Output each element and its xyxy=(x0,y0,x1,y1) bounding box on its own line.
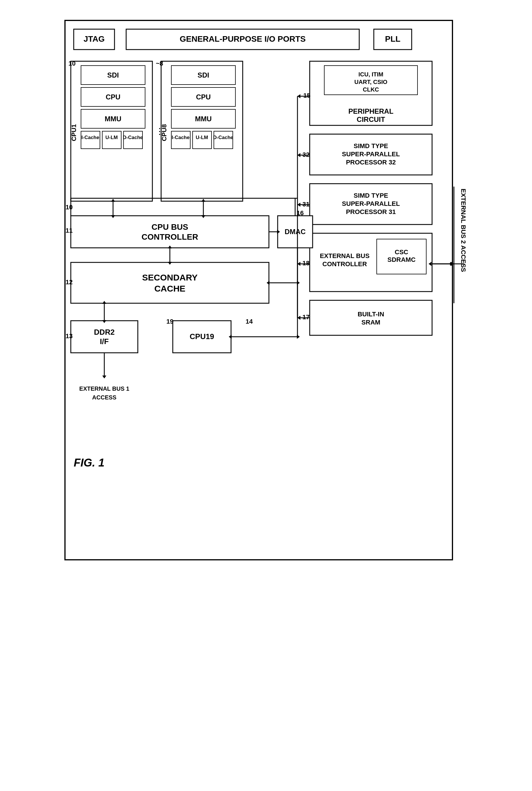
simd32-label3: PROCESSOR 32 xyxy=(346,159,396,166)
simd31-label1: SIMD TYPE xyxy=(354,192,388,199)
svg-rect-36 xyxy=(310,300,432,335)
ext-bus1-label2: ACCESS xyxy=(92,394,116,401)
cpu19-label: CPU19 xyxy=(190,332,214,341)
clkc-label: CLKC xyxy=(363,86,379,93)
cpu1-label: CPU1 xyxy=(70,124,77,142)
ddr2-label2: I/F xyxy=(100,337,109,346)
simd32-label2: SUPER-PARALLEL xyxy=(342,150,400,158)
ref-18: 18 xyxy=(302,259,309,267)
ref-1: 10 xyxy=(69,60,75,67)
svg-rect-39 xyxy=(71,216,269,248)
cpu8-icache: I-Cache xyxy=(172,135,189,140)
cpu-bus-ctrl-label2: CONTROLLER xyxy=(141,232,198,241)
page-container: JTAG GENERAL-PURPOSE I/O PORTS PLL CPU1 … xyxy=(18,12,514,712)
cpu8-cpu: CPU xyxy=(196,93,211,101)
ref-15: 15 xyxy=(303,92,310,99)
svg-rect-42 xyxy=(71,321,138,353)
cpu1-icache: I-Cache xyxy=(81,135,99,140)
cpu1-ulm: U-LM xyxy=(106,135,118,140)
ref-13: 13 xyxy=(65,332,73,340)
ext-bus1-label1: EXTERNAL BUS 1 xyxy=(79,385,129,392)
svg-rect-41 xyxy=(71,262,269,303)
cpu8-sdi: SDI xyxy=(197,71,209,79)
pll-label: PLL xyxy=(385,34,401,43)
ddr2-label1: DDR2 xyxy=(94,328,115,336)
ref-8: ~8 xyxy=(156,60,163,67)
sram-label2: SRAM xyxy=(362,319,380,326)
ref-10: 10 xyxy=(65,203,73,211)
secondary-cache-label2: CACHE xyxy=(154,284,186,293)
ref-12: 12 xyxy=(65,278,73,286)
dmac-label: DMAC xyxy=(285,228,306,236)
cpu1-mmu: MMU xyxy=(104,115,121,123)
cpu1-cpu: CPU xyxy=(106,93,121,101)
peripheral-label2: CIRCUIT xyxy=(357,115,385,123)
uart-label: UART, CSIO xyxy=(354,79,387,85)
simd31-label2: SUPER-PARALLEL xyxy=(342,200,400,207)
cpu8-dots: ⋮ xyxy=(155,126,164,136)
gpio-label: GENERAL-PURPOSE I/O PORTS xyxy=(180,34,306,43)
ext-bus-ctrl-label1: EXTERNAL BUS xyxy=(320,252,370,259)
cpu8-dcache: D-Cache xyxy=(213,135,233,140)
cpu1-dcache: D-Cache xyxy=(123,135,143,140)
cpu8-mmu: MMU xyxy=(195,115,211,123)
main-diagram: JTAG GENERAL-PURPOSE I/O PORTS PLL CPU1 … xyxy=(48,12,484,712)
ref-11: 11 xyxy=(65,227,73,234)
ext-bus2-label: EXTERNAL BUS 2 ACCESS xyxy=(460,189,467,272)
fig-label: FIG. 1 xyxy=(74,457,104,469)
secondary-cache-label1: SECONDARY xyxy=(142,273,198,282)
cpu-bus-ctrl-label1: CPU BUS xyxy=(152,222,188,232)
ref-14: 14 xyxy=(246,318,253,325)
ext-bus-ctrl-label2: CONTROLLER xyxy=(323,260,367,268)
simd31-label3: PROCESSOR 31 xyxy=(346,208,396,216)
peripheral-label: PERIPHERAL xyxy=(348,107,394,115)
cpu8-ulm: U-LM xyxy=(196,135,208,140)
csc-label1: CSC xyxy=(395,249,408,256)
icu-label: ICU, ITIM xyxy=(358,71,383,77)
simd32-label1: SIMD TYPE xyxy=(354,142,388,150)
jtag-label: JTAG xyxy=(83,34,105,43)
sram-label1: BUILT-IN xyxy=(358,311,384,318)
csc-label2: SDRAMC xyxy=(387,256,416,263)
cpu1-sdi: SDI xyxy=(107,71,119,79)
ref-19: 19 xyxy=(166,318,173,325)
ref-17: 17 xyxy=(302,313,309,321)
